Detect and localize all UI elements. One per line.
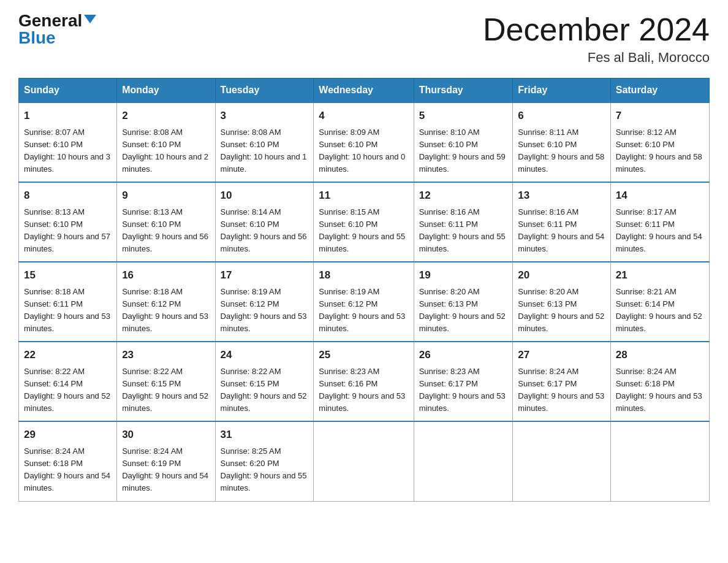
calendar-cell: 22Sunrise: 8:22 AMSunset: 6:14 PMDayligh…	[19, 342, 117, 421]
day-info: Sunrise: 8:17 AMSunset: 6:11 PMDaylight:…	[616, 206, 704, 256]
calendar-table: SundayMondayTuesdayWednesdayThursdayFrid…	[18, 78, 710, 501]
day-number: 23	[122, 347, 210, 363]
day-info: Sunrise: 8:25 AMSunset: 6:20 PMDaylight:…	[221, 445, 309, 495]
day-info: Sunrise: 8:24 AMSunset: 6:19 PMDaylight:…	[122, 445, 210, 495]
calendar-cell: 20Sunrise: 8:20 AMSunset: 6:13 PMDayligh…	[513, 262, 610, 342]
day-info: Sunrise: 8:20 AMSunset: 6:13 PMDaylight:…	[518, 286, 605, 335]
calendar-cell: 21Sunrise: 8:21 AMSunset: 6:14 PMDayligh…	[610, 262, 709, 342]
day-number: 8	[24, 188, 112, 204]
day-number: 24	[221, 347, 309, 363]
calendar-cell: 6Sunrise: 8:11 AMSunset: 6:10 PMDaylight…	[513, 102, 610, 182]
day-number: 4	[319, 108, 408, 124]
day-info: Sunrise: 8:13 AMSunset: 6:10 PMDaylight:…	[24, 206, 112, 256]
day-info: Sunrise: 8:16 AMSunset: 6:11 PMDaylight:…	[419, 206, 508, 256]
calendar-cell: 15Sunrise: 8:18 AMSunset: 6:11 PMDayligh…	[19, 262, 117, 342]
logo-blue-text: Blue	[18, 29, 56, 47]
day-info: Sunrise: 8:24 AMSunset: 6:18 PMDaylight:…	[24, 445, 112, 495]
calendar-cell: 18Sunrise: 8:19 AMSunset: 6:12 PMDayligh…	[314, 262, 414, 342]
day-info: Sunrise: 8:22 AMSunset: 6:14 PMDaylight:…	[24, 366, 112, 415]
calendar-title: December 2024	[483, 12, 710, 47]
day-number: 22	[24, 347, 112, 363]
calendar-cell: 27Sunrise: 8:24 AMSunset: 6:17 PMDayligh…	[513, 342, 610, 421]
weekday-header-row: SundayMondayTuesdayWednesdayThursdayFrid…	[19, 79, 710, 103]
calendar-cell: 25Sunrise: 8:23 AMSunset: 6:16 PMDayligh…	[314, 342, 414, 421]
day-number: 18	[319, 267, 408, 283]
calendar-cell: 31Sunrise: 8:25 AMSunset: 6:20 PMDayligh…	[215, 421, 314, 501]
weekday-header-thursday: Thursday	[414, 79, 513, 103]
day-info: Sunrise: 8:08 AMSunset: 6:10 PMDaylight:…	[122, 126, 210, 176]
day-number: 6	[518, 108, 605, 124]
calendar-cell: 9Sunrise: 8:13 AMSunset: 6:10 PMDaylight…	[117, 182, 215, 262]
logo-triangle-icon	[84, 15, 96, 23]
day-number: 29	[24, 427, 112, 443]
title-block: December 2024 Fes al Bali, Morocco	[483, 12, 710, 66]
day-info: Sunrise: 8:11 AMSunset: 6:10 PMDaylight:…	[518, 126, 605, 176]
day-number: 17	[221, 267, 309, 283]
day-info: Sunrise: 8:07 AMSunset: 6:10 PMDaylight:…	[24, 126, 112, 176]
day-number: 7	[616, 108, 704, 124]
calendar-cell: 17Sunrise: 8:19 AMSunset: 6:12 PMDayligh…	[215, 262, 314, 342]
calendar-location: Fes al Bali, Morocco	[483, 50, 710, 66]
day-info: Sunrise: 8:18 AMSunset: 6:11 PMDaylight:…	[24, 286, 112, 335]
day-number: 27	[518, 347, 605, 363]
calendar-cell: 28Sunrise: 8:24 AMSunset: 6:18 PMDayligh…	[610, 342, 709, 421]
week-row-1: 1Sunrise: 8:07 AMSunset: 6:10 PMDaylight…	[19, 102, 710, 182]
week-row-3: 15Sunrise: 8:18 AMSunset: 6:11 PMDayligh…	[19, 262, 710, 342]
calendar-cell: 24Sunrise: 8:22 AMSunset: 6:15 PMDayligh…	[215, 342, 314, 421]
day-number: 2	[122, 108, 210, 124]
calendar-cell: 11Sunrise: 8:15 AMSunset: 6:10 PMDayligh…	[314, 182, 414, 262]
calendar-cell: 30Sunrise: 8:24 AMSunset: 6:19 PMDayligh…	[117, 421, 215, 501]
calendar-cell	[610, 421, 709, 501]
weekday-header-saturday: Saturday	[610, 79, 709, 103]
day-number: 13	[518, 188, 605, 204]
day-info: Sunrise: 8:09 AMSunset: 6:10 PMDaylight:…	[319, 126, 408, 176]
calendar-cell: 3Sunrise: 8:08 AMSunset: 6:10 PMDaylight…	[215, 102, 314, 182]
day-number: 30	[122, 427, 210, 443]
day-number: 25	[319, 347, 408, 363]
calendar-cell	[414, 421, 513, 501]
calendar-cell	[513, 421, 610, 501]
day-number: 28	[616, 347, 704, 363]
day-number: 19	[419, 267, 508, 283]
logo: General Blue	[18, 12, 96, 47]
day-info: Sunrise: 8:24 AMSunset: 6:17 PMDaylight:…	[518, 366, 605, 415]
calendar-cell: 12Sunrise: 8:16 AMSunset: 6:11 PMDayligh…	[414, 182, 513, 262]
week-row-5: 29Sunrise: 8:24 AMSunset: 6:18 PMDayligh…	[19, 421, 710, 501]
weekday-header-monday: Monday	[117, 79, 215, 103]
day-info: Sunrise: 8:08 AMSunset: 6:10 PMDaylight:…	[221, 126, 309, 176]
day-number: 20	[518, 267, 605, 283]
day-number: 9	[122, 188, 210, 204]
calendar-cell: 1Sunrise: 8:07 AMSunset: 6:10 PMDaylight…	[19, 102, 117, 182]
day-number: 16	[122, 267, 210, 283]
calendar-cell: 4Sunrise: 8:09 AMSunset: 6:10 PMDaylight…	[314, 102, 414, 182]
day-number: 21	[616, 267, 704, 283]
week-row-4: 22Sunrise: 8:22 AMSunset: 6:14 PMDayligh…	[19, 342, 710, 421]
day-number: 3	[221, 108, 309, 124]
calendar-cell: 19Sunrise: 8:20 AMSunset: 6:13 PMDayligh…	[414, 262, 513, 342]
day-info: Sunrise: 8:23 AMSunset: 6:16 PMDaylight:…	[319, 366, 408, 415]
day-info: Sunrise: 8:19 AMSunset: 6:12 PMDaylight:…	[221, 286, 309, 335]
calendar-cell: 23Sunrise: 8:22 AMSunset: 6:15 PMDayligh…	[117, 342, 215, 421]
day-info: Sunrise: 8:16 AMSunset: 6:11 PMDaylight:…	[518, 206, 605, 256]
week-row-2: 8Sunrise: 8:13 AMSunset: 6:10 PMDaylight…	[19, 182, 710, 262]
day-number: 15	[24, 267, 112, 283]
day-number: 26	[419, 347, 508, 363]
day-info: Sunrise: 8:19 AMSunset: 6:12 PMDaylight:…	[319, 286, 408, 335]
weekday-header-sunday: Sunday	[19, 79, 117, 103]
day-info: Sunrise: 8:21 AMSunset: 6:14 PMDaylight:…	[616, 286, 704, 335]
day-info: Sunrise: 8:20 AMSunset: 6:13 PMDaylight:…	[419, 286, 508, 335]
calendar-cell: 2Sunrise: 8:08 AMSunset: 6:10 PMDaylight…	[117, 102, 215, 182]
calendar-cell: 16Sunrise: 8:18 AMSunset: 6:12 PMDayligh…	[117, 262, 215, 342]
day-info: Sunrise: 8:10 AMSunset: 6:10 PMDaylight:…	[419, 126, 508, 176]
day-number: 31	[221, 427, 309, 443]
day-info: Sunrise: 8:22 AMSunset: 6:15 PMDaylight:…	[122, 366, 210, 415]
calendar-cell: 7Sunrise: 8:12 AMSunset: 6:10 PMDaylight…	[610, 102, 709, 182]
calendar-cell: 14Sunrise: 8:17 AMSunset: 6:11 PMDayligh…	[610, 182, 709, 262]
logo-general-text: General	[18, 12, 82, 29]
calendar-cell: 5Sunrise: 8:10 AMSunset: 6:10 PMDaylight…	[414, 102, 513, 182]
day-info: Sunrise: 8:24 AMSunset: 6:18 PMDaylight:…	[616, 366, 704, 415]
day-info: Sunrise: 8:15 AMSunset: 6:10 PMDaylight:…	[319, 206, 408, 256]
calendar-cell: 29Sunrise: 8:24 AMSunset: 6:18 PMDayligh…	[19, 421, 117, 501]
day-number: 1	[24, 108, 112, 124]
day-info: Sunrise: 8:14 AMSunset: 6:10 PMDaylight:…	[221, 206, 309, 256]
